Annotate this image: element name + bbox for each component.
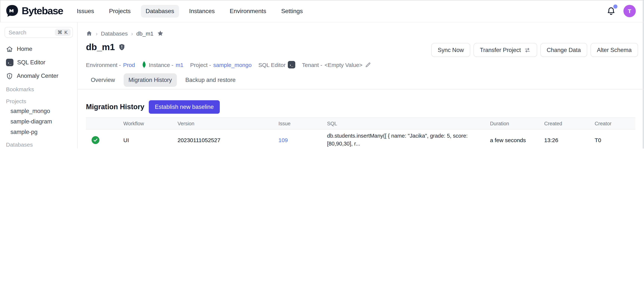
sidebar-item-anomaly-center[interactable]: Anomaly Center [0,71,77,81]
meta-tenant: Tenant - <Empty Value> [302,62,371,68]
sidebar-section-bookmarks: Bookmarks [0,84,77,94]
migration-history-table: WorkflowVersionIssueSQLDurationCreatedCr… [86,117,636,149]
table-header-cell: Created [540,118,591,129]
sidebar-project-item[interactable]: sample_mongo [0,106,77,116]
user-avatar[interactable]: T [624,5,636,17]
notification-badge [613,4,618,9]
tab[interactable]: Overview [86,73,120,87]
brand-name: Bytebase [22,5,63,17]
bytebase-window: Bytebase IssuesProjectsDatabasesInstance… [0,0,644,149]
table-header-cell: Creator [591,118,636,129]
shield-badge-icon [118,43,126,51]
establish-baseline-button[interactable]: Establish new baseline [149,100,220,114]
nav-item[interactable]: Databases [141,5,179,18]
bytebase-logo[interactable]: Bytebase [5,4,63,18]
table-header-cell: Duration [486,118,540,129]
action-button-label: Sync Now [438,47,464,53]
nav-item[interactable]: Issues [72,5,99,18]
action-button[interactable]: Transfer Project [474,43,537,57]
breadcrumb-separator: › [96,30,98,37]
database-tabs: OverviewMigration HistoryBackup and rest… [78,69,644,87]
meta-instance: Instance - m1 [142,61,183,69]
tenant-label: Tenant - [302,62,322,68]
table-header-cell: Workflow [120,118,174,129]
sql-cell: db.students.insertMany([ { name: "Jacika… [323,129,486,149]
sidebar: Search ⌘ K Home ›_ SQL Editor [0,23,78,149]
action-button[interactable]: Sync Now [431,43,470,57]
tab[interactable]: Migration History [124,73,177,87]
table-header-row: WorkflowVersionIssueSQLDurationCreatedCr… [86,118,636,129]
breadcrumb-separator: › [131,30,133,37]
sql-editor-label: SQL Editor [258,62,286,68]
breadcrumb: › Databases › db_m1 [78,23,644,37]
mongodb-leaf-icon [142,61,146,69]
sql-editor-icon: ›_ [6,59,14,66]
tab-divider [78,89,644,89]
main-content: › Databases › db_m1 db_m1 [78,23,644,149]
bytebase-logo-icon [5,4,19,18]
instance-label: Instance - [149,62,174,68]
creator-cell: T0 [591,129,636,149]
meta-project: Project - sample_mongo [190,62,252,68]
home-breadcrumb-icon[interactable] [86,30,92,37]
shield-alert-icon [6,72,13,80]
action-button-label: Alter Schema [597,47,632,53]
table-header-cell: SQL [323,118,486,129]
action-button[interactable]: Alter Schema [590,43,638,57]
action-buttons: Sync Now Transfer Project [431,43,638,57]
search-shortcut-badge: ⌘ K [55,29,71,36]
search-placeholder: Search [8,29,55,36]
sidebar-item-home[interactable]: Home [0,44,77,54]
action-button-label: Transfer Project [480,47,521,53]
notification-bell-icon[interactable] [606,6,616,16]
migration-row[interactable]: ! UI 20230111052527 109 db.students.inse… [86,129,636,149]
instance-link[interactable]: m1 [176,62,184,68]
action-button-label: Change Data [547,47,581,53]
search-input[interactable]: Search ⌘ K [4,27,73,38]
created-cell: 13:26 [540,129,591,149]
project-link[interactable]: sample_mongo [213,62,252,68]
meta-sql-editor[interactable]: SQL Editor ›_ [258,61,295,69]
favorite-star-icon[interactable] [157,30,164,37]
home-icon [6,46,13,53]
nav-item[interactable]: Instances [184,5,220,18]
transfer-icon [524,47,530,53]
top-navbar: Bytebase IssuesProjectsDatabasesInstance… [0,0,644,23]
database-meta-row: Environment - Prod Instance - m1 Project… [78,57,644,69]
status-cell: ! [86,129,120,149]
sidebar-item-sql-editor[interactable]: ›_ SQL Editor [0,57,77,68]
sidebar-section-projects: Projects [0,96,77,106]
nav-item[interactable]: Projects [104,5,136,18]
sidebar-project-list: sample_mongosample-diagramsample-pg [0,106,77,137]
version-cell: 20230111052527 [174,129,275,149]
edit-pencil-icon[interactable] [364,62,371,68]
sql-editor-chip-icon[interactable]: ›_ [288,61,295,69]
sidebar-item-label: Anomaly Center [17,73,58,79]
sidebar-section-databases: Databases [0,140,77,149]
sidebar-main-list: Home ›_ SQL Editor Anomaly Center [0,44,77,81]
scrollbar-track[interactable] [642,0,644,149]
sidebar-item-label: Home [17,46,32,52]
header-right: T [606,5,636,17]
nav-item[interactable]: Environments [225,5,271,18]
migration-history-panel: Migration History Establish new baseline… [78,100,644,149]
sidebar-project-item[interactable]: sample-diagram [0,116,77,127]
duration-cell: a few seconds [486,129,540,149]
issue-link[interactable]: 109 [278,137,288,143]
title-row: db_m1 Sync Now [78,37,644,57]
environment-link[interactable]: Prod [123,62,135,68]
status-icon: ! [92,136,100,144]
main-nav: IssuesProjectsDatabasesInstancesEnvironm… [72,5,308,18]
breadcrumb-current: db_m1 [136,30,154,37]
workflow-cell: UI [120,129,174,149]
action-button[interactable]: Change Data [540,43,587,57]
sidebar-project-item[interactable]: sample-pg [0,127,77,137]
environment-label: Environment - [86,62,121,68]
page-title: db_m1 [86,42,115,52]
tab[interactable]: Backup and restore [180,73,240,87]
meta-environment: Environment - Prod [86,62,135,68]
nav-item[interactable]: Settings [276,5,308,18]
issue-cell: 109 [275,129,323,149]
tenant-value: <Empty Value> [324,62,362,68]
breadcrumb-databases[interactable]: Databases [101,30,128,37]
